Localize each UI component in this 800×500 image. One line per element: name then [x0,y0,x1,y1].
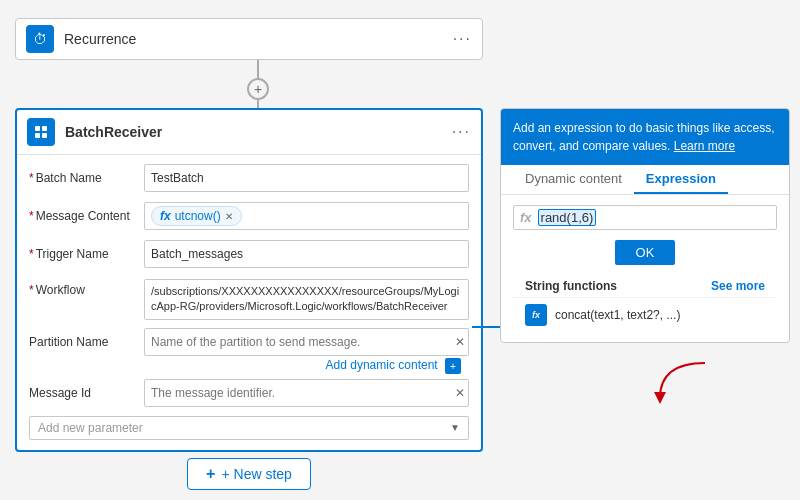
ok-arrow-indicator [650,358,710,408]
add-parameter-row[interactable]: Add new parameter ▼ [29,416,469,440]
message-content-label: *Message Content [29,209,144,223]
function-fx-icon: fx [525,304,547,326]
clock-icon: ⏱ [33,31,47,47]
ok-button[interactable]: OK [615,240,675,265]
new-step-plus-icon: + [206,465,215,483]
partition-name-label: Partition Name [29,335,144,349]
expression-fx-icon: fx [520,210,532,225]
right-panel-tabs: Dynamic content Expression [501,165,789,195]
right-panel-header: Add an expression to do basic things lik… [501,109,789,165]
batch-receiver-body: *Batch Name *Message Content fx utcnow()… [17,155,481,450]
expression-area: fx rand(1,6) OK String functions See mor… [501,195,789,342]
new-step-area: + + New step [15,458,483,490]
workflow-label: *Workflow [29,279,144,297]
message-id-clear-button[interactable]: ✕ [455,386,465,400]
message-id-input[interactable] [144,379,469,407]
add-dynamic-content-link[interactable]: Add dynamic content + [326,358,465,374]
partition-name-inner: Partition Name ✕ [29,328,469,356]
message-id-label: Message Id [29,386,144,400]
function-item-concat[interactable]: fx concat(text1, text2?, ...) [513,297,777,332]
trigger-name-input[interactable] [144,240,469,268]
token-remove-button[interactable]: ✕ [225,211,233,222]
add-step-circle-button[interactable]: + [247,78,269,100]
right-panel-header-text: Add an expression to do basic things lik… [513,121,774,153]
message-content-row: *Message Content fx utcnow() ✕ [29,201,469,231]
batch-receiver-block: BatchReceiver ··· *Batch Name *Message C… [15,108,483,452]
expression-input-display: rand(1,6) [538,210,770,225]
message-id-row: Message Id ✕ [29,378,469,408]
chevron-down-icon: ▼ [450,422,460,433]
trigger-name-label: *Trigger Name [29,247,144,261]
svg-rect-3 [42,133,47,138]
arrow-line [472,326,502,328]
trigger-name-row: *Trigger Name [29,239,469,269]
see-more-link[interactable]: See more [711,279,765,293]
string-functions-section: String functions See more [513,273,777,297]
message-content-token: fx utcnow() ✕ [151,206,242,226]
svg-rect-0 [35,126,40,131]
new-step-label: + New step [221,466,291,482]
partition-name-input[interactable] [144,328,469,356]
svg-rect-2 [35,133,40,138]
batch-receiver-ellipsis-button[interactable]: ··· [452,123,471,141]
add-parameter-placeholder: Add new parameter [38,421,450,435]
batch-receiver-icon [27,118,55,146]
batch-name-input[interactable] [144,164,469,192]
tab-dynamic-content[interactable]: Dynamic content [513,165,634,194]
partition-input-wrap: ✕ [144,328,469,356]
batch-name-row: *Batch Name [29,163,469,193]
dynamic-content-plus-icon: + [445,358,461,374]
tab-expression[interactable]: Expression [634,165,728,194]
partition-clear-button[interactable]: ✕ [455,335,465,349]
message-id-wrap: ✕ [144,379,469,407]
batch-name-label: *Batch Name [29,171,144,185]
recurrence-title: Recurrence [64,31,453,47]
batch-receiver-title: BatchReceiver [65,124,452,140]
svg-rect-1 [42,126,47,131]
workflow-row: *Workflow /subscriptions/XXXXXXXXXXXXXXX… [29,277,469,320]
connector-line-top [257,60,259,78]
token-value: utcnow() [175,209,221,223]
workflow-value: /subscriptions/XXXXXXXXXXXXXXXX/resource… [144,279,469,320]
learn-more-link[interactable]: Learn more [674,139,735,153]
new-step-button[interactable]: + + New step [187,458,311,490]
recurrence-ellipsis-button[interactable]: ··· [453,30,472,48]
canvas: ⏱ Recurrence ··· + BatchReceiver ··· [0,0,800,500]
partition-name-row: Partition Name ✕ Add dynamic content + [29,328,469,374]
fx-icon: fx [160,209,171,223]
batch-receiver-header: BatchReceiver ··· [17,110,481,155]
message-content-field[interactable]: fx utcnow() ✕ [144,202,469,230]
expression-input-row: fx rand(1,6) [513,205,777,230]
recurrence-block: ⏱ Recurrence ··· [15,18,483,60]
right-panel: Add an expression to do basic things lik… [500,108,790,343]
recurrence-icon: ⏱ [26,25,54,53]
function-name: concat(text1, text2?, ...) [555,308,680,322]
expression-highlight: rand(1,6) [538,209,597,226]
